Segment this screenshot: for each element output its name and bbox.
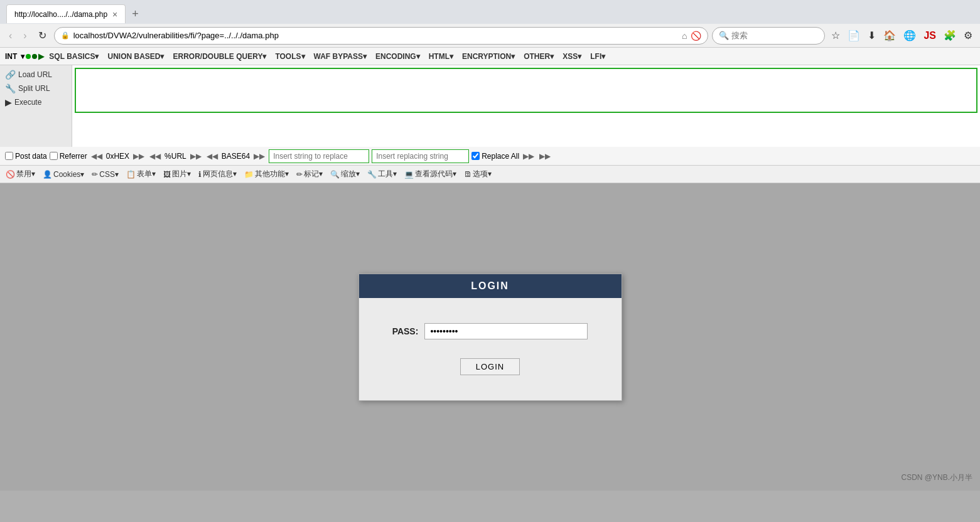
hackbar-encoding-menu[interactable]: ENCODING▾	[372, 51, 424, 62]
post-data-checkbox[interactable]	[5, 152, 13, 160]
referrer-checkbox-label[interactable]: Referrer	[50, 152, 87, 161]
hackbar-int-label[interactable]: INT	[3, 51, 19, 62]
hackbar-error-double-query-menu[interactable]: ERROR/DOUBLE QUERY▾	[169, 51, 270, 62]
address-refresh-icon[interactable]: ⌂	[682, 31, 687, 41]
sidebar-item-load-url[interactable]: 🔗 Load URL	[0, 68, 72, 82]
sidebar-item-execute[interactable]: ▶ Execute	[0, 95, 72, 109]
firebug-options-item[interactable]: 🖺 选项▾	[461, 168, 495, 181]
replace-double-right-button[interactable]: ▶▶	[538, 152, 552, 161]
hackbar-encryption-menu[interactable]: ENCRYPTION▾	[458, 51, 519, 62]
firebug-other-item[interactable]: 📁 其他功能▾	[241, 168, 292, 181]
account-button[interactable]: 🌐	[901, 28, 918, 43]
post-data-checkbox-label[interactable]: Post data	[5, 152, 47, 161]
firebug-mark-item[interactable]: ✏ 标记▾	[293, 168, 326, 181]
images-icon: 🖼	[163, 170, 171, 179]
hackbar-toolbar: INT ▾ ▶ SQL BASICS▾ UNION BASED▾ ERROR/D…	[0, 48, 980, 65]
hex-left-arrow-button[interactable]: ◀◀	[90, 152, 104, 161]
hackbar-int-dropdown-icon[interactable]: ▾	[21, 52, 24, 61]
replace-all-checkbox-label[interactable]: Replace All	[471, 152, 519, 161]
reload-button[interactable]: ↻	[35, 28, 50, 43]
dark-green-dot-icon	[32, 54, 37, 59]
nav-right-icons: ☆ 📄 ⬇ 🏠 🌐 JS 🧩 ⚙	[829, 28, 975, 43]
firebug-zoom-item[interactable]: 🔍 缩放▾	[327, 168, 363, 181]
bookmark-star-button[interactable]: ☆	[829, 28, 843, 43]
options-icon: 🖺	[464, 170, 471, 179]
browser-tab[interactable]: http://localho..../../dama.php ×	[6, 4, 126, 23]
hackbar-dot-separator: ▶	[26, 52, 44, 61]
hackbar-html-menu[interactable]: HTML▾	[425, 51, 457, 62]
address-bar-lock-icon: 🔒	[61, 31, 70, 40]
base64-arrow-left-icon: ◀◀	[207, 152, 218, 161]
menu-button[interactable]: ⚙	[961, 28, 975, 43]
url-label: %URL	[164, 152, 186, 161]
firebug-css-item[interactable]: ✏ CSS▾	[89, 169, 122, 180]
zoom-icon: 🔍	[330, 170, 340, 179]
zoom-label: 缩放▾	[341, 169, 360, 179]
firebug-toolbar: 🚫 禁用▾ 👤 Cookies▾ ✏ CSS▾ 📋 表单▾ 🖼 图片▾ ℹ 网页…	[0, 166, 980, 183]
hackbar-xss-menu[interactable]: XSS▾	[559, 51, 585, 62]
base64-left-arrow-button[interactable]: ◀◀	[205, 152, 219, 161]
base64-right-arrow-button[interactable]: ▶▶	[252, 152, 266, 161]
firebug-images-item[interactable]: 🖼 图片▾	[160, 168, 194, 181]
disable-icon: 🚫	[6, 170, 15, 179]
forms-label: 表单▾	[137, 169, 156, 179]
base64-label: BASE64	[222, 152, 250, 161]
hackbar-sql-basics-menu[interactable]: SQL BASICS▾	[45, 51, 102, 62]
download-button[interactable]: ⬇	[865, 28, 878, 43]
images-label: 图片▾	[172, 169, 191, 179]
split-url-icon: 🔧	[5, 83, 16, 93]
insert-string-to-replace-input[interactable]	[269, 149, 369, 163]
firebug-forms-item[interactable]: 📋 表单▾	[123, 168, 159, 181]
url-arrow-right-icon: ▶▶	[190, 152, 202, 161]
css-label: CSS▾	[99, 170, 119, 179]
replace-arrow-right-icon: ▶▶	[523, 152, 534, 161]
extensions-button[interactable]: 🧩	[941, 28, 959, 43]
hackbar-union-based-menu[interactable]: UNION BASED▾	[104, 51, 168, 62]
base64-arrow-right-icon: ▶▶	[254, 152, 265, 161]
viewsource-icon: 💻	[404, 170, 414, 179]
firebug-tools-item[interactable]: 🔧 工具▾	[364, 168, 400, 181]
js-button[interactable]: JS	[921, 29, 939, 43]
tab-close-button[interactable]: ×	[112, 9, 117, 19]
hackbar-lfi-menu[interactable]: LFI▾	[586, 51, 609, 62]
tools-label: 工具▾	[378, 169, 397, 179]
url-textarea[interactable]	[75, 68, 977, 113]
other-icon: 📁	[244, 170, 254, 179]
firebug-pageinfo-item[interactable]: ℹ 网页信息▾	[195, 168, 240, 181]
hackbar-other-menu[interactable]: OTHER▾	[520, 51, 557, 62]
url-left-arrow-button[interactable]: ◀◀	[148, 152, 162, 161]
disable-label: 禁用▾	[16, 169, 35, 179]
hackbar-waf-bypass-menu[interactable]: WAF BYPASS▾	[310, 51, 370, 62]
search-input[interactable]	[731, 31, 819, 40]
url-right-arrow-button[interactable]: ▶▶	[189, 152, 203, 161]
firebug-disable-item[interactable]: 🚫 禁用▾	[3, 168, 38, 181]
referrer-checkbox[interactable]	[50, 152, 58, 160]
address-stop-icon: 🚫	[691, 31, 701, 41]
main-content-area: 🔗 Load URL 🔧 Split URL ▶ Execute	[0, 65, 980, 147]
sidebar-split-url-label: Split URL	[18, 84, 50, 93]
sidebar-item-split-url[interactable]: 🔧 Split URL	[0, 82, 72, 95]
forward-button[interactable]: ›	[19, 29, 30, 43]
firebug-cookies-item[interactable]: 👤 Cookies▾	[40, 169, 87, 180]
hex-right-arrow-button[interactable]: ▶▶	[132, 152, 146, 161]
login-button-label: LOGIN	[476, 362, 504, 371]
browser-nav-bar: ‹ › ↻ 🔒 ⌂ 🚫 🔍 ☆ 📄 ⬇ 🏠 🌐 JS 🧩 ⚙	[0, 24, 980, 48]
replace-right-arrow-button[interactable]: ▶▶	[522, 152, 536, 161]
new-tab-button[interactable]: +	[129, 8, 141, 21]
green-dot-icon	[26, 54, 31, 59]
password-input[interactable]	[424, 323, 588, 339]
firebug-viewsource-item[interactable]: 💻 查看源代码▾	[401, 168, 460, 181]
address-bar-input[interactable]	[73, 31, 678, 40]
reader-button[interactable]: 📄	[845, 28, 863, 43]
insert-replacing-string-input[interactable]	[372, 149, 469, 163]
login-header: LOGIN	[359, 274, 622, 298]
replace-all-checkbox[interactable]	[471, 152, 480, 160]
login-title: LOGIN	[471, 280, 509, 291]
home-button[interactable]: 🏠	[881, 28, 898, 43]
hackbar-tools-menu[interactable]: TOOLS▾	[271, 51, 308, 62]
back-button[interactable]: ‹	[5, 29, 16, 43]
replace-double-arrow-icon: ▶▶	[539, 152, 551, 161]
viewsource-label: 查看源代码▾	[415, 169, 456, 179]
login-button[interactable]: LOGIN	[460, 358, 520, 375]
pass-label: PASS:	[392, 326, 419, 336]
